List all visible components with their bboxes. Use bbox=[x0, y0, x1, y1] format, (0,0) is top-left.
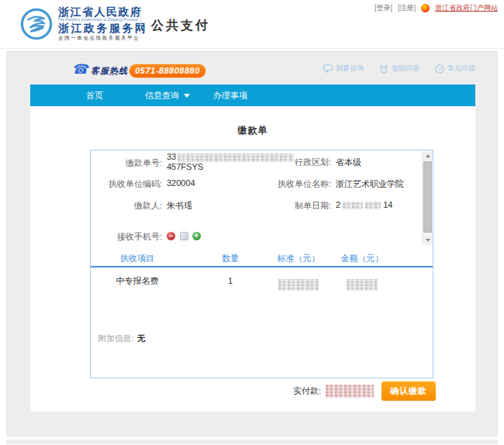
region-value: 省本级 bbox=[336, 157, 361, 168]
confirm-payment-button[interactable]: 确认缴款 bbox=[381, 381, 436, 401]
fee-amount bbox=[331, 269, 393, 292]
bill-no-label: 缴款单号: bbox=[91, 157, 162, 169]
payer-label: 缴款人: bbox=[91, 200, 162, 212]
unit-code-value: 320004 bbox=[167, 178, 195, 188]
fee-table-header: 执收项目 数量 标准（元） 金额（元） bbox=[91, 250, 433, 267]
col-qty: 数量 bbox=[207, 250, 254, 267]
date-masked-1 bbox=[343, 202, 363, 209]
extra-info-label: 附加信息: bbox=[98, 333, 133, 343]
nav-item-home[interactable]: 首页 bbox=[86, 90, 103, 102]
consult-link[interactable]: 我要咨询 bbox=[323, 64, 364, 74]
payer-value: 朱书瑶 bbox=[167, 200, 192, 212]
col-item: 执收项目 bbox=[105, 250, 170, 267]
nav-info-query-label: 信息查询 bbox=[145, 90, 179, 102]
footer-strip bbox=[6, 440, 498, 444]
fee-table-row: 中专报名费 1 bbox=[91, 269, 433, 292]
amount-due-label: 实付款: bbox=[293, 385, 321, 397]
help-links: 我要咨询 智能问答 ? 常见问题 bbox=[323, 64, 475, 74]
smart-qa-link[interactable]: 智能问答 bbox=[379, 64, 419, 74]
nav-item-info-query[interactable]: 信息查询 bbox=[145, 90, 190, 102]
date-value: 214 bbox=[336, 200, 392, 209]
portal-link[interactable]: 浙江省政府门户网站 bbox=[435, 3, 498, 13]
smart-qa-label: 智能问答 bbox=[392, 64, 419, 74]
faq-label: 常见问题 bbox=[447, 64, 475, 74]
scrollbar-thumb[interactable] bbox=[423, 161, 432, 233]
field-row-payer-date: 缴款人: 朱书瑶 制单日期: 214 bbox=[91, 200, 422, 212]
consult-label: 我要咨询 bbox=[336, 64, 364, 74]
gov-name-en: The People's Government of Zhejiang Prov… bbox=[58, 19, 148, 22]
add-icon[interactable]: + bbox=[192, 232, 201, 240]
unit-name-label: 执收单位名称: bbox=[230, 178, 331, 190]
extra-info: 附加信息:无 bbox=[98, 333, 145, 344]
site-name: 浙江政务服务网 bbox=[58, 23, 148, 34]
fee-standard bbox=[268, 269, 330, 292]
unit-name-value: 浙江艺术职业学院 bbox=[336, 178, 404, 190]
faq-link[interactable]: ? 常见问题 bbox=[435, 64, 475, 74]
col-standard: 标准（元） bbox=[268, 250, 330, 267]
phone-label: 接收手机号: bbox=[91, 231, 162, 243]
unit-code-label: 执收单位编码: bbox=[91, 178, 162, 190]
scroll-up-icon[interactable] bbox=[423, 151, 433, 160]
account-links: [登录] [注册] 浙江省政府门户网站 bbox=[375, 3, 498, 13]
scrollbar bbox=[422, 151, 432, 245]
register-link[interactable]: [注册] bbox=[398, 3, 416, 13]
pay-row: 实付款: 确认缴款 bbox=[293, 381, 436, 401]
site-slogan: 全国一体化在线政务服务平台 bbox=[58, 36, 148, 41]
remove-icon[interactable]: − bbox=[167, 232, 175, 240]
site-logo: 浙江省人民政府 The People's Government of Zheji… bbox=[20, 7, 148, 40]
hotline-number-badge: 0571-88808880 bbox=[129, 64, 206, 78]
field-row-phone: 接收手机号: − + bbox=[91, 231, 422, 243]
standard-masked bbox=[278, 279, 319, 291]
nav-bar: 首页 信息查询 办理事项 bbox=[30, 85, 475, 106]
date-label: 制单日期: bbox=[230, 200, 331, 212]
amount-masked bbox=[347, 279, 378, 291]
bill-no-value-line2: 457FSYS bbox=[167, 162, 203, 171]
field-row-billno-region: 缴款单号: 33 457FSYS 行政区划: 省本级 bbox=[91, 152, 422, 164]
svg-text:?: ? bbox=[438, 65, 441, 72]
page: 浙江省人民政府 The People's Government of Zheji… bbox=[0, 0, 504, 445]
scroll-down-icon[interactable] bbox=[423, 236, 433, 245]
fee-item: 中专报名费 bbox=[105, 269, 170, 292]
robot-icon bbox=[379, 64, 388, 74]
question-icon: ? bbox=[435, 64, 444, 74]
edit-icon[interactable] bbox=[180, 232, 188, 240]
payment-panel: 缴款单 缴款单号: 33 457FSYS 行政区划: 省本级 执收单位编码: 3… bbox=[30, 106, 475, 412]
date-masked-2 bbox=[365, 202, 381, 209]
hotline-label: 客服热线 bbox=[91, 65, 128, 77]
logo-text-block: 浙江省人民政府 The People's Government of Zheji… bbox=[58, 7, 148, 40]
fields-scroll-area: 缴款单号: 33 457FSYS 行政区划: 省本级 执收单位编码: 32000… bbox=[91, 150, 433, 247]
nav-handle-matters-label: 办理事项 bbox=[213, 90, 247, 102]
nav-home-label: 首页 bbox=[86, 90, 103, 102]
gov-name: 浙江省人民政府 bbox=[58, 7, 148, 18]
site-header: 浙江省人民政府 The People's Government of Zheji… bbox=[0, 0, 504, 49]
payment-detail-box: 缴款单号: 33 457FSYS 行政区划: 省本级 执收单位编码: 32000… bbox=[90, 150, 433, 378]
region-label: 行政区划: bbox=[230, 157, 331, 168]
nav-item-handle-matters[interactable]: 办理事项 bbox=[213, 90, 247, 102]
fee-qty: 1 bbox=[207, 269, 254, 292]
amount-due-masked bbox=[326, 385, 374, 398]
page-title: 公共支付 bbox=[151, 18, 210, 34]
col-amount: 金额（元） bbox=[331, 250, 393, 267]
header-divider bbox=[140, 12, 141, 38]
chat-icon bbox=[323, 64, 333, 73]
chevron-down-icon bbox=[184, 94, 190, 98]
phone-icon: ☎ bbox=[71, 61, 91, 78]
field-row-unit: 执收单位编码: 320004 执收单位名称: 浙江艺术职业学院 bbox=[91, 178, 422, 191]
content-container: ☎ 客服热线 0571-88808880 我要咨询 智能问答 bbox=[6, 51, 498, 436]
national-emblem-icon bbox=[421, 4, 430, 12]
login-link[interactable]: [登录] bbox=[375, 3, 392, 13]
zhejiang-logo-icon bbox=[20, 8, 53, 40]
payment-slip-title: 缴款单 bbox=[30, 124, 475, 137]
extra-info-value: 无 bbox=[137, 333, 146, 343]
